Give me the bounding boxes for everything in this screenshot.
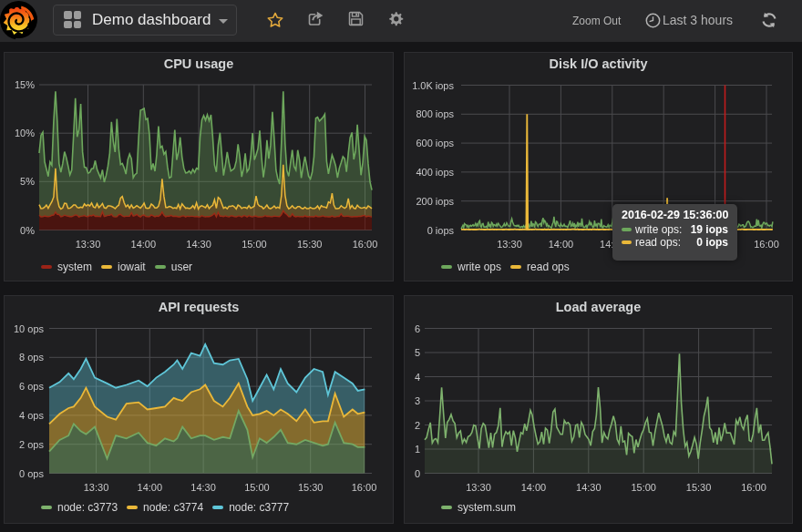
svg-text:14:30: 14:30	[186, 239, 211, 250]
svg-text:2: 2	[415, 420, 420, 431]
svg-text:600 iops: 600 iops	[416, 138, 454, 148]
svg-text:10 ops: 10 ops	[14, 323, 45, 334]
svg-text:14:30: 14:30	[190, 482, 216, 493]
svg-text:4: 4	[415, 372, 420, 383]
svg-text:1: 1	[415, 444, 420, 455]
svg-text:0%: 0%	[20, 225, 35, 236]
svg-text:14:30: 14:30	[576, 482, 602, 493]
svg-text:3: 3	[415, 395, 420, 406]
svg-text:15:30: 15:30	[298, 482, 324, 493]
svg-text:16:00: 16:00	[353, 239, 378, 250]
svg-text:15:00: 15:00	[242, 239, 267, 250]
svg-text:200 iops: 200 iops	[416, 196, 454, 207]
svg-text:0: 0	[415, 468, 420, 479]
svg-text:13:30: 13:30	[84, 482, 109, 493]
svg-text:16:00: 16:00	[352, 482, 377, 493]
svg-text:14:00: 14:00	[521, 482, 547, 493]
svg-text:6 ops: 6 ops	[19, 381, 44, 392]
svg-text:15%: 15%	[15, 79, 35, 90]
svg-text:800 iops: 800 iops	[416, 108, 454, 119]
svg-text:6: 6	[415, 323, 420, 334]
svg-text:2 ops: 2 ops	[19, 439, 44, 450]
svg-text:5: 5	[415, 347, 420, 358]
svg-text:0 iops: 0 iops	[427, 225, 455, 236]
svg-text:13:30: 13:30	[76, 239, 101, 250]
svg-text:1.0K iops: 1.0K iops	[412, 80, 454, 91]
svg-text:400 iops: 400 iops	[416, 167, 454, 178]
svg-text:14:00: 14:00	[131, 239, 157, 250]
svg-text:8 ops: 8 ops	[19, 352, 44, 363]
svg-text:15:00: 15:00	[631, 482, 656, 493]
svg-text:10%: 10%	[15, 128, 35, 138]
svg-text:15:30: 15:30	[686, 482, 712, 493]
svg-text:14:00: 14:00	[138, 482, 163, 493]
svg-text:0 ops: 0 ops	[19, 468, 44, 479]
svg-text:15:30: 15:30	[297, 239, 323, 250]
svg-text:16:00: 16:00	[754, 239, 779, 250]
svg-text:4 ops: 4 ops	[19, 410, 44, 421]
svg-text:13:30: 13:30	[497, 239, 522, 250]
svg-text:5%: 5%	[20, 176, 35, 187]
svg-text:16:00: 16:00	[741, 482, 766, 493]
svg-text:13:30: 13:30	[466, 482, 491, 493]
svg-text:14:00: 14:00	[549, 239, 574, 250]
svg-text:15:00: 15:00	[244, 482, 270, 493]
